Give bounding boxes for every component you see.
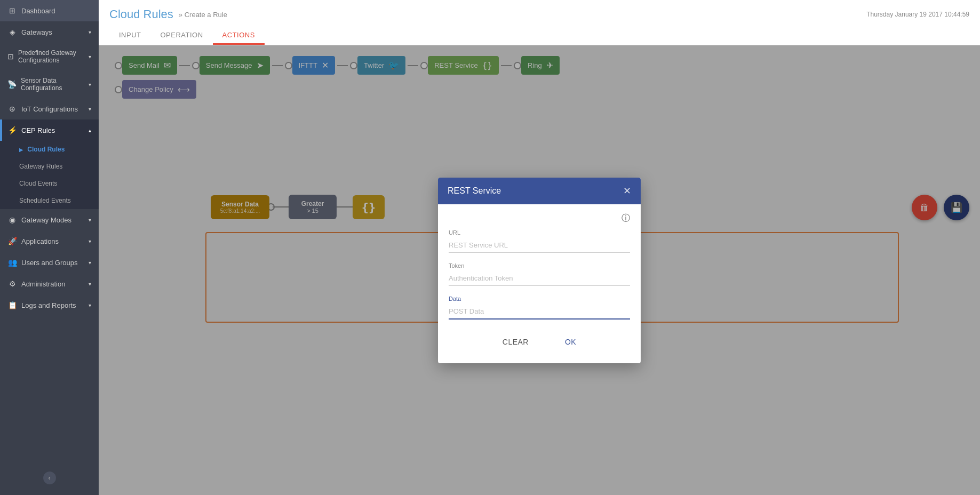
gateway-modes-icon: ◉	[7, 215, 17, 224]
data-label: Data	[449, 296, 630, 302]
chevron-down-icon: ▴	[89, 127, 91, 133]
tab-operation[interactable]: OPERATION	[151, 27, 213, 45]
sidebar-item-cep-rules[interactable]: ⚡ CEP Rules ▴	[0, 119, 99, 141]
sidebar-item-label: Dashboard	[21, 7, 55, 15]
dialog-actions: CLEAR OK	[449, 329, 630, 353]
sidebar-item-label: IoT Configurations	[21, 105, 78, 113]
chevron-down-icon: ▾	[89, 82, 91, 87]
sidebar-item-sensor-data[interactable]: 📡 Sensor Data Configurations ▾	[0, 70, 99, 98]
chevron-down-icon: ▾	[89, 281, 91, 287]
sidebar-item-gateways[interactable]: ◈ Gateways ▾	[0, 21, 99, 43]
sidebar-item-predefined[interactable]: ⊡ Predefined Gateway Configurations ▾	[0, 43, 99, 70]
tab-bar: INPUT OPERATION ACTIONS	[109, 27, 969, 45]
token-field-group: Token	[449, 262, 630, 286]
chevron-down-icon: ▾	[89, 54, 91, 60]
sidebar-item-label: Administration	[21, 280, 65, 288]
sidebar-item-label: Gateway Modes	[21, 216, 71, 224]
page-title: Cloud Rules	[109, 7, 173, 21]
sidebar-collapse-button[interactable]: ‹	[43, 472, 56, 484]
sidebar-item-administration[interactable]: ⚙ Administration ▾	[0, 273, 99, 294]
data-input[interactable]	[449, 304, 630, 320]
logs-icon: 📋	[7, 301, 17, 309]
cep-icon: ⚡	[7, 126, 17, 134]
sidebar-item-applications[interactable]: 🚀 Applications ▾	[0, 230, 99, 252]
gateways-icon: ◈	[7, 28, 17, 36]
chevron-down-icon: ▾	[89, 29, 91, 35]
tab-actions[interactable]: ACTIONS	[213, 27, 265, 45]
sidebar-item-iot[interactable]: ⊕ IoT Configurations ▾	[0, 98, 99, 119]
sidebar-item-users[interactable]: 👥 Users and Groups ▾	[0, 252, 99, 273]
token-input[interactable]	[449, 271, 630, 286]
dialog-title: REST Service	[448, 186, 501, 196]
sidebar-item-label: Applications	[21, 237, 59, 245]
dialog-close-button[interactable]: ✕	[623, 185, 631, 197]
header-top: Cloud Rules » Create a Rule Thursday Jan…	[109, 7, 969, 21]
tab-input[interactable]: INPUT	[109, 27, 151, 45]
url-field-group: URL	[449, 229, 630, 253]
chevron-down-icon: ▾	[89, 302, 91, 308]
predefined-icon: ⊡	[7, 52, 14, 61]
url-input[interactable]	[449, 238, 630, 253]
url-label: URL	[449, 229, 630, 236]
chevron-down-icon: ▾	[89, 260, 91, 266]
sidebar-item-logs[interactable]: 📋 Logs and Reports ▾	[0, 294, 99, 316]
dialog-body: ⓘ URL Token Data	[438, 204, 641, 363]
page-header: Cloud Rules » Create a Rule Thursday Jan…	[99, 0, 980, 45]
clear-button[interactable]: CLEAR	[495, 334, 536, 349]
chevron-down-icon: ▾	[89, 217, 91, 223]
sidebar-sub-item-cloud-rules[interactable]: Cloud Rules	[0, 141, 99, 158]
sidebar-sub-item-cloud-events[interactable]: Cloud Events	[0, 175, 99, 192]
sidebar-sub-item-gateway-rules[interactable]: Gateway Rules	[0, 158, 99, 175]
info-icon[interactable]: ⓘ	[622, 213, 630, 222]
breadcrumb: » Create a Rule	[179, 11, 227, 19]
main-content: Cloud Rules » Create a Rule Thursday Jan…	[99, 0, 980, 495]
data-field-group: Data	[449, 296, 630, 320]
canvas-area: Send Mail ✉ Send Message ➤ IFTTT ✕	[99, 45, 980, 495]
chevron-down-icon: ▾	[89, 106, 91, 112]
sidebar-item-label: Sensor Data Configurations	[21, 77, 84, 92]
info-icon-container: ⓘ	[449, 213, 630, 224]
token-label: Token	[449, 262, 630, 269]
sensor-icon: 📡	[7, 80, 17, 89]
ok-button[interactable]: OK	[557, 334, 584, 349]
sidebar-sub-item-scheduled-events[interactable]: Scheduled Events	[0, 192, 99, 209]
dashboard-icon: ⊞	[7, 6, 17, 15]
applications-icon: 🚀	[7, 237, 17, 245]
admin-icon: ⚙	[7, 280, 17, 288]
sidebar-item-label: Users and Groups	[21, 259, 78, 267]
rest-service-dialog: REST Service ✕ ⓘ URL Token	[438, 178, 641, 363]
sidebar-item-label: Logs and Reports	[21, 301, 76, 309]
users-icon: 👥	[7, 258, 17, 267]
sidebar-sub-menu: Cloud Rules Gateway Rules Cloud Events S…	[0, 141, 99, 209]
sidebar-item-gateway-modes[interactable]: ◉ Gateway Modes ▾	[0, 209, 99, 230]
timestamp: Thursday January 19 2017 10:44:59	[866, 11, 969, 18]
modal-overlay: REST Service ✕ ⓘ URL Token	[99, 45, 980, 495]
iot-icon: ⊕	[7, 105, 17, 113]
dialog-header: REST Service ✕	[438, 178, 641, 204]
sidebar-item-dashboard[interactable]: ⊞ Dashboard	[0, 0, 99, 21]
chevron-down-icon: ▾	[89, 238, 91, 244]
sidebar-item-label: CEP Rules	[21, 126, 55, 134]
sidebar-item-label: Gateways	[21, 28, 52, 36]
sidebar: ⊞ Dashboard ◈ Gateways ▾ ⊡ Predefined Ga…	[0, 0, 99, 495]
sidebar-item-label: Predefined Gateway Configurations	[18, 49, 84, 64]
